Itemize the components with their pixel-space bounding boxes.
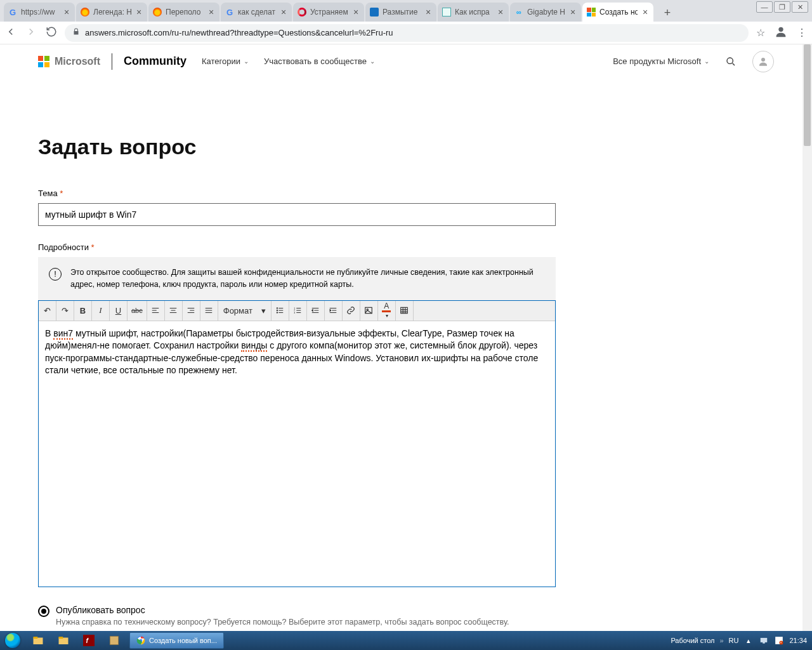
format-dropdown[interactable]: Формат▾ <box>218 301 272 321</box>
taskbar-folder-icon[interactable] <box>51 631 76 650</box>
chrome-menu-icon[interactable]: ⋮ <box>797 27 807 39</box>
browser-tab[interactable]: G https://ww × <box>4 3 75 22</box>
favicon-gigabyte: ∞ <box>514 7 524 17</box>
svg-rect-16 <box>83 635 95 646</box>
page-title: Задать вопрос <box>38 135 723 159</box>
tray-clock[interactable]: 21:34 <box>789 637 807 644</box>
input-language[interactable]: RU <box>729 637 739 644</box>
taskbar-app-icon[interactable] <box>102 631 127 650</box>
taskbar-flash-icon[interactable]: f <box>76 631 102 650</box>
browser-tab[interactable]: G как сделат × <box>221 3 292 22</box>
menu-label: Участвовать в сообществе <box>264 56 367 66</box>
align-justify-button[interactable] <box>200 301 218 321</box>
spellcheck-word: вин7 <box>53 328 73 340</box>
radio-selected[interactable] <box>38 606 49 617</box>
svg-rect-15 <box>59 637 63 639</box>
menu-participate[interactable]: Участвовать в сообществе⌄ <box>264 56 375 66</box>
chevron-down-icon: ⌄ <box>370 58 375 65</box>
window-maximize-button[interactable]: ❐ <box>774 1 790 13</box>
close-icon[interactable]: × <box>62 8 71 17</box>
window-minimize-button[interactable]: — <box>756 1 773 13</box>
tray-action-center-icon[interactable]: × <box>774 635 784 646</box>
text-color-button[interactable]: A▾ <box>378 301 396 321</box>
outdent-button[interactable] <box>307 301 325 321</box>
close-icon[interactable]: × <box>134 8 143 17</box>
window-close-button[interactable]: ✕ <box>792 1 808 13</box>
tray-chevron-up-icon[interactable]: ▴ <box>743 635 754 646</box>
taskbar-explorer-icon[interactable] <box>25 631 51 650</box>
close-icon[interactable]: × <box>424 8 433 17</box>
browser-tab[interactable]: Переполо × <box>148 3 219 22</box>
link-button[interactable] <box>343 301 360 321</box>
table-button[interactable] <box>396 301 414 321</box>
svg-rect-12 <box>34 638 43 645</box>
nav-forward-button[interactable] <box>25 26 37 40</box>
strikethrough-button[interactable]: abc <box>128 301 147 321</box>
close-icon[interactable]: × <box>207 8 216 17</box>
topic-input[interactable] <box>38 203 556 226</box>
svg-text:×: × <box>780 641 782 644</box>
publish-label: Опубликовать вопрос <box>56 605 509 615</box>
address-bar[interactable]: answers.microsoft.com/ru-ru/newthread?th… <box>65 24 749 42</box>
close-icon[interactable]: × <box>279 8 288 17</box>
indent-button[interactable] <box>325 301 343 321</box>
microsoft-wordmark: Microsoft <box>55 56 100 67</box>
menu-label: Категории <box>202 56 240 66</box>
image-button[interactable] <box>360 301 378 321</box>
publish-option[interactable]: Опубликовать вопрос Нужна справка по тех… <box>38 605 723 627</box>
new-tab-button[interactable]: + <box>658 4 676 22</box>
favicon-blue <box>369 7 379 17</box>
align-left-button[interactable] <box>147 301 165 321</box>
profile-icon[interactable] <box>774 25 788 41</box>
search-button[interactable] <box>721 51 741 72</box>
lock-icon <box>72 28 80 37</box>
close-icon[interactable]: × <box>641 8 650 17</box>
menu-categories[interactable]: Категории⌄ <box>202 56 249 66</box>
user-avatar[interactable] <box>752 51 774 72</box>
microsoft-logo[interactable]: Microsoft <box>38 56 100 67</box>
scrollbar-thumb[interactable] <box>804 44 811 146</box>
close-icon[interactable]: × <box>568 8 577 17</box>
vertical-scrollbar[interactable] <box>802 44 812 631</box>
align-right-button[interactable] <box>183 301 200 321</box>
start-button[interactable] <box>0 631 25 650</box>
bullet-list-button[interactable] <box>272 301 289 321</box>
browser-tab-active[interactable]: Создать но × <box>582 3 653 22</box>
chevron-down-icon: ⌄ <box>244 58 249 65</box>
favicon-google: G <box>225 7 235 17</box>
show-desktop-label[interactable]: Рабочий стол <box>671 637 714 644</box>
editor-body[interactable]: В вин7 мутный шрифт, настройки(Параметры… <box>39 321 555 587</box>
svg-rect-11 <box>401 307 408 313</box>
notice-text: Это открытое сообщество. Для защиты ваше… <box>70 267 545 291</box>
svg-point-1 <box>727 58 733 63</box>
browser-tab[interactable]: Размытие × <box>365 3 436 22</box>
tab-title: Размытие <box>383 8 421 17</box>
nav-reload-button[interactable] <box>46 26 57 40</box>
browser-tabstrip: G https://ww × Легенда: Н × Переполо × G… <box>0 0 812 22</box>
taskbar-running-chrome[interactable]: Создать новый воп... <box>129 632 224 649</box>
nav-back-button[interactable] <box>5 26 16 40</box>
community-title[interactable]: Community <box>124 55 187 68</box>
close-icon[interactable]: × <box>351 8 360 17</box>
browser-tab[interactable]: ∞ Gigabyte H × <box>510 3 581 22</box>
italic-button[interactable]: I <box>92 301 110 321</box>
tab-title: Как испра <box>455 8 493 17</box>
products-dropdown[interactable]: Все продукты Microsoft⌄ <box>613 56 709 66</box>
editor-toolbar: ↶ ↷ B I U abc Формат▾ 123 <box>39 301 555 321</box>
spellcheck-word: винды <box>241 340 267 352</box>
tray-icon[interactable] <box>759 635 769 646</box>
underline-button[interactable]: U <box>110 301 128 321</box>
browser-tab[interactable]: Устраняем × <box>293 3 364 22</box>
close-icon[interactable]: × <box>496 8 505 17</box>
redo-button[interactable]: ↷ <box>56 301 74 321</box>
windows-orb-icon <box>5 633 20 648</box>
browser-tab[interactable]: Легенда: Н × <box>76 3 147 22</box>
tray-chevron-icon[interactable]: » <box>719 637 723 644</box>
number-list-button[interactable]: 123 <box>289 301 307 321</box>
bold-button[interactable]: B <box>74 301 92 321</box>
undo-button[interactable]: ↶ <box>39 301 56 321</box>
bookmark-star-icon[interactable]: ☆ <box>756 27 765 39</box>
browser-tab[interactable]: Как испра × <box>438 3 509 22</box>
window-controls: — ❐ ✕ <box>756 1 808 13</box>
align-center-button[interactable] <box>165 301 183 321</box>
